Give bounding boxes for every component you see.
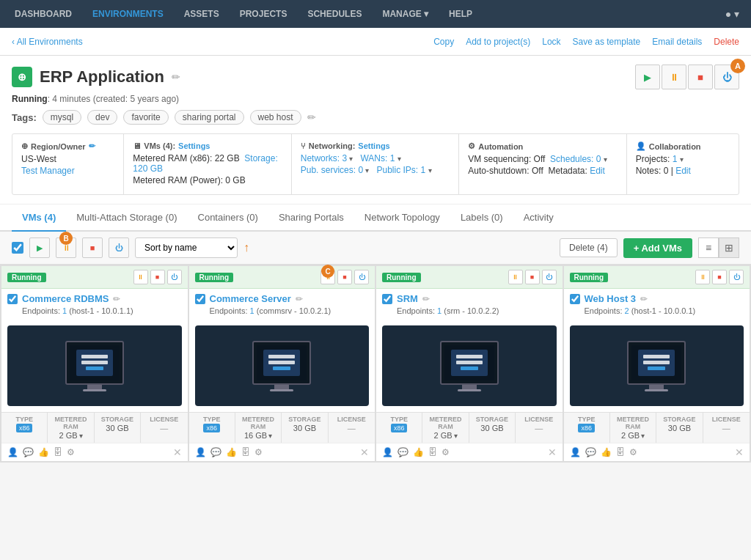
vm-name[interactable]: Web Host 3 bbox=[585, 293, 637, 304]
vm-card-stop-button[interactable]: ■ bbox=[150, 270, 165, 284]
tab-labels[interactable]: Labels (0) bbox=[450, 205, 513, 232]
delete-button[interactable]: Delete bbox=[714, 37, 739, 47]
vm-card-power-button[interactable]: ⏻ bbox=[729, 270, 744, 284]
vm-thumb-icon[interactable]: 👍 bbox=[601, 447, 612, 457]
vm-person-icon[interactable]: 👤 bbox=[570, 447, 581, 457]
test-manager-link[interactable]: Test Manager bbox=[21, 166, 75, 176]
tag-dev[interactable]: dev bbox=[87, 110, 117, 125]
ram-dropdown-arrow[interactable]: ▾ bbox=[79, 432, 83, 440]
networking-settings-link[interactable]: Settings bbox=[358, 141, 389, 150]
vm-stack-icon[interactable]: 🗄 bbox=[54, 447, 62, 457]
vm-card-pause-button[interactable]: ⏸ C bbox=[320, 270, 335, 284]
tags-edit-icon[interactable]: ✏ bbox=[307, 111, 316, 123]
vm-gear-icon[interactable]: ⚙ bbox=[254, 447, 263, 457]
notes-edit-link[interactable]: Edit bbox=[675, 166, 691, 176]
vm-card-stop-button[interactable]: ■ bbox=[525, 270, 540, 284]
save-as-template-button[interactable]: Save as template bbox=[573, 37, 641, 47]
endpoint-link[interactable]: 2 bbox=[625, 306, 629, 315]
user-icon[interactable]: ● ▾ bbox=[725, 8, 739, 20]
vm-close-button[interactable]: ✕ bbox=[173, 446, 182, 458]
vm-screenshot[interactable] bbox=[382, 325, 557, 406]
vm-checkbox[interactable] bbox=[195, 294, 205, 304]
vm-screenshot[interactable] bbox=[7, 325, 182, 406]
vm-play-button[interactable]: ▶ bbox=[29, 237, 50, 258]
tab-multi-attach-storage[interactable]: Multi-Attach Storage (0) bbox=[66, 205, 187, 232]
vm-power-button[interactable]: ⏻ bbox=[109, 237, 129, 258]
endpoint-link[interactable]: 1 bbox=[62, 306, 67, 315]
sort-dropdown[interactable]: Sort by name bbox=[135, 237, 238, 258]
vm-chat-icon[interactable]: 💬 bbox=[210, 447, 221, 457]
vm-card-pause-button[interactable]: ⏸ bbox=[133, 270, 148, 284]
vm-checkbox[interactable] bbox=[382, 294, 392, 304]
add-vms-button[interactable]: + Add VMs bbox=[623, 238, 692, 258]
tab-network-topology[interactable]: Network Topology bbox=[354, 205, 450, 232]
tag-favorite[interactable]: favorite bbox=[123, 110, 168, 125]
vm-close-button[interactable]: ✕ bbox=[548, 446, 557, 458]
email-details-button[interactable]: Email details bbox=[652, 37, 702, 47]
nav-projects[interactable]: PROJECTS bbox=[237, 9, 290, 19]
vm-person-icon[interactable]: 👤 bbox=[7, 447, 18, 457]
vm-chat-icon[interactable]: 💬 bbox=[23, 447, 34, 457]
tag-web-host[interactable]: web host bbox=[250, 110, 301, 125]
vm-chat-icon[interactable]: 💬 bbox=[398, 447, 409, 457]
nav-assets[interactable]: ASSETS bbox=[181, 9, 222, 19]
vm-card-stop-button[interactable]: ■ bbox=[337, 270, 352, 284]
vm-name[interactable]: Commerce Server bbox=[210, 293, 291, 304]
endpoint-link[interactable]: 1 bbox=[437, 306, 442, 315]
vm-card-power-button[interactable]: ⏻ bbox=[542, 270, 557, 284]
sort-direction-icon[interactable]: ↑ bbox=[243, 241, 249, 254]
vm-stack-icon[interactable]: 🗄 bbox=[241, 447, 250, 457]
vm-chat-icon[interactable]: 💬 bbox=[585, 447, 596, 457]
back-to-environments[interactable]: All Environments bbox=[12, 37, 83, 47]
list-view-button[interactable]: ≡ bbox=[698, 237, 719, 258]
vm-thumb-icon[interactable]: 👍 bbox=[38, 447, 49, 457]
tag-mysql[interactable]: mysql bbox=[43, 110, 81, 125]
nav-dashboard[interactable]: DASHBOARD bbox=[12, 9, 75, 19]
nav-help[interactable]: HELP bbox=[446, 9, 475, 19]
tab-activity[interactable]: Activity bbox=[513, 205, 564, 232]
vm-stack-icon[interactable]: 🗄 bbox=[616, 447, 625, 457]
metadata-edit-link[interactable]: Edit bbox=[590, 166, 605, 176]
region-edit-icon[interactable]: ✏ bbox=[89, 141, 95, 151]
nav-environments[interactable]: ENVIRONMENTS bbox=[89, 9, 166, 19]
vm-edit-icon[interactable]: ✏ bbox=[640, 294, 648, 304]
vm-edit-icon[interactable]: ✏ bbox=[113, 294, 120, 304]
pub-services-link[interactable]: Pub. services: 0 ▾ bbox=[301, 165, 370, 175]
vm-name[interactable]: SRM bbox=[397, 293, 418, 304]
vm-stack-icon[interactable]: 🗄 bbox=[428, 447, 437, 457]
schedules-link[interactable]: Schedules: 0 ▾ bbox=[550, 154, 607, 164]
endpoint-link[interactable]: 1 bbox=[250, 306, 254, 315]
nav-schedules[interactable]: SCHEDULES bbox=[304, 9, 364, 19]
vms-settings-link[interactable]: Settings bbox=[178, 141, 210, 150]
vm-card-pause-button[interactable]: ⏸ bbox=[695, 270, 710, 284]
vm-card-pause-button[interactable]: ⏸ bbox=[508, 270, 523, 284]
copy-button[interactable]: Copy bbox=[433, 37, 454, 47]
title-edit-icon[interactable]: ✏ bbox=[172, 71, 180, 83]
ram-dropdown-arrow[interactable]: ▾ bbox=[641, 432, 645, 440]
tag-sharing-portal[interactable]: sharing portal bbox=[175, 110, 244, 125]
nav-manage[interactable]: MANAGE ▾ bbox=[379, 9, 431, 19]
vm-card-power-button[interactable]: ⏻ bbox=[167, 270, 182, 284]
networks-link[interactable]: Networks: 3 ▾ bbox=[301, 153, 353, 163]
vm-card-stop-button[interactable]: ■ bbox=[712, 270, 727, 284]
vm-checkbox[interactable] bbox=[570, 294, 580, 304]
vm-edit-icon[interactable]: ✏ bbox=[422, 294, 430, 304]
stop-button[interactable]: ■ bbox=[688, 65, 713, 89]
add-to-project-button[interactable]: Add to project(s) bbox=[466, 37, 530, 47]
play-button[interactable]: ▶ bbox=[635, 65, 660, 89]
vm-card-power-button[interactable]: ⏻ bbox=[354, 270, 369, 284]
grid-view-button[interactable]: ⊞ bbox=[719, 237, 739, 258]
vm-gear-icon[interactable]: ⚙ bbox=[442, 447, 450, 457]
vm-close-button[interactable]: ✕ bbox=[360, 446, 369, 458]
public-ips-link[interactable]: Public IPs: 1 ▾ bbox=[377, 165, 432, 175]
delete-vms-button[interactable]: Delete (4) bbox=[560, 238, 618, 257]
vm-person-icon[interactable]: 👤 bbox=[382, 447, 393, 457]
ram-dropdown-arrow[interactable]: ▾ bbox=[454, 432, 458, 440]
lock-button[interactable]: Lock bbox=[542, 37, 560, 47]
tab-containers[interactable]: Containers (0) bbox=[188, 205, 268, 232]
projects-link[interactable]: 1 ▾ bbox=[673, 154, 684, 164]
vm-edit-icon[interactable]: ✏ bbox=[296, 294, 303, 304]
tab-sharing-portals[interactable]: Sharing Portals bbox=[268, 205, 354, 232]
tab-vms[interactable]: VMs (4) bbox=[12, 205, 66, 232]
select-all-checkbox[interactable] bbox=[12, 242, 23, 254]
